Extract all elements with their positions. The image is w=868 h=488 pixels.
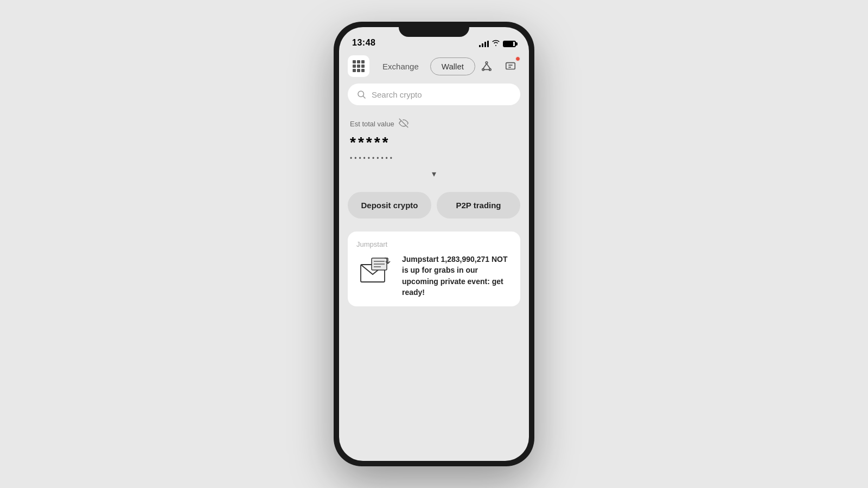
est-label: Est total value <box>350 118 518 130</box>
jumpstart-label: Jumpstart <box>356 240 512 248</box>
notch <box>399 22 469 37</box>
p2p-trading-button[interactable]: P2P trading <box>437 192 520 219</box>
chat-button[interactable] <box>501 56 520 76</box>
hide-balance-icon[interactable] <box>399 118 409 130</box>
chat-badge <box>515 56 520 61</box>
network-icon <box>481 60 493 72</box>
chat-icon <box>505 60 516 72</box>
svg-line-3 <box>483 63 487 68</box>
signal-icon <box>479 41 489 47</box>
jumpstart-content: Jumpstart 1,283,990,271 NOT is up for gr… <box>356 254 512 298</box>
deposit-crypto-button[interactable]: Deposit crypto <box>348 192 431 219</box>
nav-right-icons <box>477 56 520 76</box>
svg-rect-6 <box>506 63 515 69</box>
wifi-icon <box>492 40 500 48</box>
svg-point-9 <box>358 91 364 97</box>
network-button[interactable] <box>477 56 496 76</box>
tab-wallet[interactable]: Wallet <box>430 57 475 75</box>
app-content: Exchange Wallet <box>339 51 529 461</box>
battery-icon <box>503 41 516 47</box>
action-buttons: Deposit crypto P2P trading <box>348 192 520 219</box>
expand-balance-button[interactable]: ▾ <box>350 169 518 179</box>
status-time: 13:48 <box>352 38 375 48</box>
grid-icon <box>353 60 365 72</box>
svg-line-10 <box>363 96 365 98</box>
menu-button[interactable] <box>348 55 369 77</box>
jumpstart-section: Jumpstart <box>348 232 520 306</box>
jumpstart-illustration <box>356 254 394 292</box>
balance-hidden-value: ***** <box>350 134 518 151</box>
search-icon <box>356 89 366 99</box>
phone-frame: 13:48 <box>334 22 534 466</box>
search-bar[interactable]: Search crypto <box>348 84 520 105</box>
search-placeholder: Search crypto <box>372 90 422 99</box>
nav-tabs: Exchange Wallet <box>371 57 475 75</box>
phone-screen: 13:48 <box>339 27 529 461</box>
balance-sub-value: •••••••••• <box>350 155 518 162</box>
status-icons <box>479 40 516 48</box>
tab-exchange[interactable]: Exchange <box>371 57 430 75</box>
svg-line-4 <box>487 63 490 68</box>
battery-fill <box>504 42 513 46</box>
svg-point-0 <box>486 62 488 64</box>
balance-section: Est total value ***** •••••••••• ▾ <box>339 114 529 188</box>
jumpstart-description[interactable]: Jumpstart 1,283,990,271 NOT is up for gr… <box>402 254 512 298</box>
top-nav: Exchange Wallet <box>339 51 529 84</box>
